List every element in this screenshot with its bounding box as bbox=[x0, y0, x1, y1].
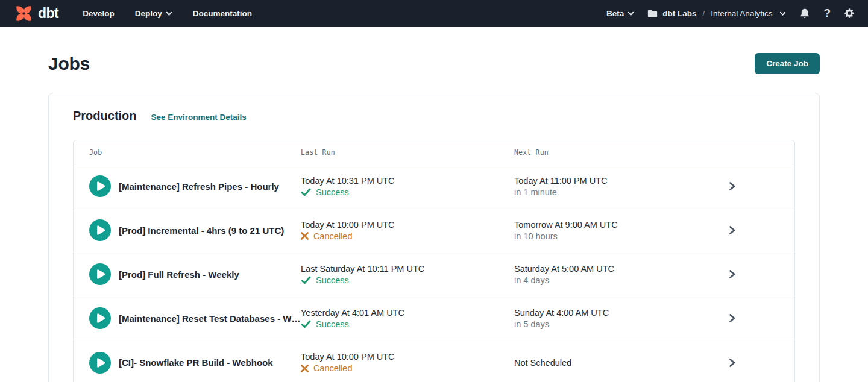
environment-name: Production bbox=[73, 109, 137, 123]
column-header-last-run: Last Run bbox=[301, 148, 514, 157]
environment-card: Production See Environment Details Job L… bbox=[48, 93, 820, 382]
status-label: Success bbox=[316, 319, 349, 329]
next-run-time: Today At 11:00 PM UTC bbox=[514, 176, 707, 186]
dbt-logo[interactable]: dbt bbox=[14, 4, 63, 23]
create-job-button[interactable]: Create Job bbox=[755, 53, 820, 74]
job-name: [CI]- Snowflake PR Build - Webhook bbox=[119, 357, 273, 368]
jobs-table: Job Last Run Next Run [Maintenance] Refr… bbox=[73, 140, 795, 382]
success-check-icon bbox=[301, 188, 311, 196]
last-run-status: Success bbox=[301, 319, 514, 329]
account-name: dbt Labs bbox=[662, 9, 696, 18]
status-label: Success bbox=[316, 187, 349, 197]
job-name: [Maintenance] Reset Test Databases - W… bbox=[119, 313, 300, 324]
folder-icon bbox=[647, 9, 658, 18]
last-run-status: Success bbox=[301, 275, 514, 285]
next-run-cell: Today At 11:00 PM UTC in 1 minute bbox=[514, 176, 707, 197]
last-run-status: Success bbox=[301, 187, 514, 197]
job-row[interactable]: [Prod] Full Refresh - Weekly Last Saturd… bbox=[74, 252, 794, 296]
job-name: [Prod] Full Refresh - Weekly bbox=[119, 269, 239, 280]
job-cell: [Prod] Full Refresh - Weekly bbox=[74, 263, 301, 285]
settings-gear-icon[interactable] bbox=[844, 8, 855, 19]
last-run-cell: Today At 10:00 PM UTC Cancelled bbox=[301, 220, 514, 241]
next-run-cell: Saturday At 5:00 AM UTC in 4 days bbox=[514, 264, 707, 285]
account-project-breadcrumb[interactable]: dbt Labs / Internal Analytics bbox=[647, 9, 786, 18]
column-header-next-run: Next Run bbox=[514, 148, 707, 157]
last-run-time: Today At 10:31 PM UTC bbox=[301, 176, 514, 186]
navbar-right: Beta dbt Labs / Internal Analytics ? bbox=[606, 7, 855, 20]
cancelled-x-icon bbox=[301, 232, 309, 240]
status-label: Cancelled bbox=[313, 231, 353, 241]
job-row[interactable]: [Maintenance] Reset Test Databases - W… … bbox=[74, 296, 794, 340]
help-icon[interactable]: ? bbox=[823, 7, 831, 20]
job-cell: [CI]- Snowflake PR Build - Webhook bbox=[74, 352, 301, 374]
nav-item-documentation[interactable]: Documentation bbox=[193, 9, 252, 18]
last-run-cell: Today At 10:00 PM UTC Cancelled bbox=[301, 352, 514, 373]
beta-dropdown[interactable]: Beta bbox=[606, 9, 634, 18]
next-run-time: Saturday At 5:00 AM UTC bbox=[514, 264, 707, 274]
last-run-time: Yesterday At 4:01 AM UTC bbox=[301, 308, 514, 318]
cancelled-x-icon bbox=[301, 365, 309, 372]
dbt-logo-icon bbox=[14, 4, 33, 23]
success-check-icon bbox=[301, 276, 311, 284]
last-run-cell: Yesterday At 4:01 AM UTC Success bbox=[301, 308, 514, 329]
row-actions-cell bbox=[707, 269, 794, 279]
page-header: Jobs Create Job bbox=[0, 27, 868, 74]
chevron-down-icon bbox=[166, 10, 172, 17]
row-actions-cell bbox=[707, 313, 794, 323]
see-environment-details-link[interactable]: See Environment Details bbox=[151, 113, 247, 122]
next-run-cell: Tomorrow At 9:00 AM UTC in 10 hours bbox=[514, 220, 707, 241]
next-run-relative: in 5 days bbox=[514, 319, 707, 329]
nav-item-develop[interactable]: Develop bbox=[83, 9, 115, 18]
last-run-time: Today At 10:00 PM UTC bbox=[301, 220, 514, 230]
jobs-table-header: Job Last Run Next Run bbox=[74, 140, 794, 164]
last-run-time: Last Saturday At 10:11 PM UTC bbox=[301, 264, 514, 274]
next-run-cell: Not Scheduled bbox=[514, 358, 707, 368]
chevron-right-icon[interactable] bbox=[728, 225, 737, 235]
last-run-cell: Last Saturday At 10:11 PM UTC Success bbox=[301, 264, 514, 285]
next-run-relative: in 10 hours bbox=[514, 231, 707, 241]
environment-header: Production See Environment Details bbox=[73, 109, 795, 123]
job-row[interactable]: [Prod] Incremental - 4hrs (9 to 21 UTC) … bbox=[74, 208, 794, 252]
next-run-time: Not Scheduled bbox=[514, 358, 707, 368]
jobs-table-body: [Maintenance] Refresh Pipes - Hourly Tod… bbox=[74, 164, 794, 382]
job-cell: [Maintenance] Refresh Pipes - Hourly bbox=[74, 175, 301, 197]
chevron-right-icon[interactable] bbox=[728, 313, 737, 323]
job-name: [Prod] Incremental - 4hrs (9 to 21 UTC) bbox=[119, 225, 284, 236]
chevron-right-icon[interactable] bbox=[728, 269, 737, 279]
success-check-icon bbox=[301, 320, 311, 328]
last-run-status: Cancelled bbox=[301, 231, 514, 241]
run-job-play-button[interactable] bbox=[89, 175, 111, 197]
project-name: Internal Analytics bbox=[711, 9, 772, 18]
last-run-status: Cancelled bbox=[301, 363, 514, 373]
job-cell: [Prod] Incremental - 4hrs (9 to 21 UTC) bbox=[74, 219, 301, 241]
run-job-play-button[interactable] bbox=[89, 307, 111, 329]
status-label: Success bbox=[316, 275, 349, 285]
row-actions-cell bbox=[707, 181, 794, 191]
last-run-cell: Today At 10:31 PM UTC Success bbox=[301, 176, 514, 197]
notifications-bell-icon[interactable] bbox=[799, 8, 810, 19]
next-run-relative: in 4 days bbox=[514, 275, 707, 285]
nav-item-deploy[interactable]: Deploy bbox=[135, 9, 172, 18]
job-name: [Maintenance] Refresh Pipes - Hourly bbox=[119, 181, 279, 192]
chevron-right-icon[interactable] bbox=[728, 181, 737, 191]
last-run-time: Today At 10:00 PM UTC bbox=[301, 352, 514, 362]
page-title: Jobs bbox=[48, 54, 90, 74]
job-row[interactable]: [CI]- Snowflake PR Build - Webhook Today… bbox=[74, 340, 794, 382]
row-actions-cell bbox=[707, 358, 794, 368]
run-job-play-button[interactable] bbox=[89, 219, 111, 241]
primary-nav: Develop Deploy Documentation bbox=[83, 9, 252, 18]
dbt-logo-text: dbt bbox=[38, 5, 58, 22]
top-navbar: dbt Develop Deploy Documentation Beta bbox=[0, 0, 868, 27]
chevron-right-icon[interactable] bbox=[728, 358, 737, 368]
run-job-play-button[interactable] bbox=[89, 352, 111, 374]
column-header-job: Job bbox=[74, 148, 301, 157]
chevron-down-icon bbox=[779, 10, 786, 17]
next-run-cell: Sunday At 4:00 AM UTC in 5 days bbox=[514, 308, 707, 329]
next-run-time: Sunday At 4:00 AM UTC bbox=[514, 308, 707, 318]
next-run-relative: in 1 minute bbox=[514, 187, 707, 197]
job-row[interactable]: [Maintenance] Refresh Pipes - Hourly Tod… bbox=[74, 164, 794, 208]
next-run-time: Tomorrow At 9:00 AM UTC bbox=[514, 220, 707, 230]
run-job-play-button[interactable] bbox=[89, 263, 111, 285]
row-actions-cell bbox=[707, 225, 794, 235]
breadcrumb-separator: / bbox=[703, 9, 705, 18]
